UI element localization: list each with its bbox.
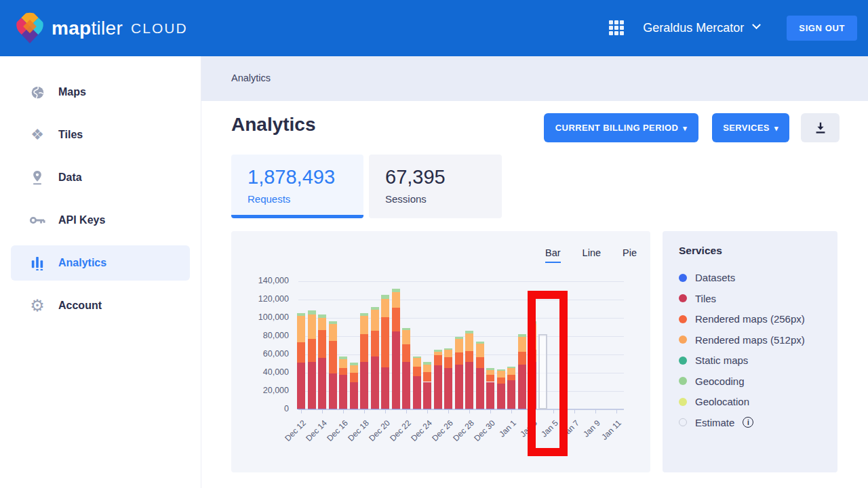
bar-segment-rendered-maps-512px-[interactable] (402, 330, 410, 345)
user-menu[interactable]: Geraldus Mercator (643, 21, 760, 35)
bar-segment-datasets[interactable] (455, 409, 463, 409)
bar-segment-tiles[interactable] (392, 331, 400, 408)
bar-segment-rendered-maps-512px-[interactable] (497, 371, 505, 377)
bar-segment-tiles[interactable] (360, 362, 368, 409)
bar-segment-rendered-maps-512px-[interactable] (465, 333, 473, 351)
bar-segment-rendered-maps-256px-[interactable] (318, 330, 326, 359)
bar-segment-tiles[interactable] (297, 363, 305, 409)
bar-segment-geocoding[interactable] (413, 357, 421, 359)
bar-segment-datasets[interactable] (413, 409, 421, 409)
bar-segment-datasets[interactable] (486, 409, 494, 409)
bar-segment-rendered-maps-256px-[interactable] (434, 355, 442, 365)
bar-segment-datasets[interactable] (339, 409, 347, 409)
bar-segment-rendered-maps-512px-[interactable] (381, 299, 389, 317)
bar-segment-rendered-maps-512px-[interactable] (339, 359, 347, 369)
bar-segment-datasets[interactable] (518, 409, 526, 409)
bar-segment-datasets[interactable] (465, 409, 473, 409)
bar-segment-rendered-maps-256px-[interactable] (360, 334, 368, 362)
bar-segment-rendered-maps-256px-[interactable] (528, 350, 536, 362)
bar-segment-rendered-maps-512px-[interactable] (444, 350, 452, 357)
bar-segment-rendered-maps-512px-[interactable] (507, 368, 515, 374)
bar-segment-datasets[interactable] (528, 409, 536, 409)
bar-segment-rendered-maps-512px-[interactable] (486, 370, 494, 375)
bar-segment-geocoding[interactable] (360, 313, 368, 316)
bar-segment-rendered-maps-512px-[interactable] (308, 314, 316, 339)
legend-item-static-maps[interactable]: Static maps (679, 353, 821, 367)
bar-segment-datasets[interactable] (507, 409, 515, 409)
chart-tab-bar[interactable]: Bar (545, 247, 561, 263)
bar-segment-tiles[interactable] (329, 373, 337, 408)
bar-segment-rendered-maps-256px-[interactable] (455, 352, 463, 365)
bar-segment-datasets[interactable] (476, 409, 484, 409)
stat-card-sessions[interactable]: 67,395 Sessions (369, 155, 502, 218)
bar-segment-tiles[interactable] (339, 375, 347, 409)
bar-segment-rendered-maps-256px-[interactable] (465, 351, 473, 362)
bar-segment-geocoding[interactable] (434, 350, 442, 352)
bar-segment-tiles[interactable] (371, 357, 379, 409)
sidebar-item-account[interactable]: ⚙Account (11, 288, 190, 323)
bar-segment-geocoding[interactable] (318, 314, 326, 318)
bar-segment-geocoding[interactable] (455, 337, 463, 339)
bar-segment-rendered-maps-256px-[interactable] (518, 352, 526, 365)
bar-segment-geocoding[interactable] (507, 367, 515, 369)
bar-segment-datasets[interactable] (444, 409, 452, 409)
bar-segment-geocoding[interactable] (308, 310, 316, 314)
bar-segment-rendered-maps-256px-[interactable] (350, 373, 358, 382)
bar-segment-tiles[interactable] (318, 358, 326, 408)
bar-segment-geocoding[interactable] (392, 289, 400, 292)
bar-segment-rendered-maps-256px-[interactable] (339, 368, 347, 374)
legend-item-datasets[interactable]: Datasets (679, 270, 821, 285)
bar-segment-rendered-maps-512px-[interactable] (329, 324, 337, 340)
bar-segment-geocoding[interactable] (497, 369, 505, 371)
bar-segment-geocoding[interactable] (486, 368, 494, 370)
chart-tab-line[interactable]: Line (583, 247, 601, 263)
bar-segment-geocoding[interactable] (381, 295, 389, 298)
bar-segment-rendered-maps-512px-[interactable] (423, 365, 431, 372)
bar-segment-datasets[interactable] (350, 409, 358, 409)
bar-segment-geocoding[interactable] (329, 321, 337, 324)
bar-segment-tiles[interactable] (518, 365, 526, 409)
bar-segment-rendered-maps-512px-[interactable] (360, 316, 368, 334)
bar-segment-tiles[interactable] (413, 376, 421, 408)
bar-segment-rendered-maps-256px-[interactable] (402, 344, 410, 362)
bar-segment-rendered-maps-512px-[interactable] (392, 292, 400, 308)
download-button[interactable] (801, 113, 840, 142)
bar-segment-datasets[interactable] (423, 409, 431, 409)
bar-segment-datasets[interactable] (318, 409, 326, 409)
legend-item-rendered-maps-512px-[interactable]: Rendered maps (512px) (679, 333, 821, 347)
sidebar-item-analytics[interactable]: Analytics (11, 245, 190, 281)
bar-segment-rendered-maps-256px-[interactable] (507, 375, 515, 380)
bar-segment-rendered-maps-512px-[interactable] (371, 310, 379, 331)
billing-period-dropdown[interactable]: CURRENT BILLING PERIOD▾ (544, 113, 698, 142)
bar-segment-rendered-maps-256px-[interactable] (329, 341, 337, 374)
bar-segment-rendered-maps-256px-[interactable] (444, 357, 452, 368)
chart-tab-pie[interactable]: Pie (623, 247, 637, 263)
services-dropdown[interactable]: SERVICES▾ (712, 113, 789, 142)
bar-segment-datasets[interactable] (297, 409, 305, 409)
maptiler-logo[interactable]: maptiler CLOUD (15, 12, 188, 45)
legend-item-geolocation[interactable]: Geolocation (679, 394, 821, 409)
bar-segment-rendered-maps-512px-[interactable] (528, 324, 536, 350)
bar-segment-datasets[interactable] (308, 409, 316, 409)
bar-segment-datasets[interactable] (434, 409, 442, 409)
bar-segment-rendered-maps-256px-[interactable] (392, 308, 400, 331)
bar-segment-tiles[interactable] (476, 368, 484, 408)
bar-segment-geocoding[interactable] (350, 363, 358, 365)
bar-segment-tiles[interactable] (402, 362, 410, 409)
bar-segment-geocoding[interactable] (476, 342, 484, 344)
sidebar-item-data[interactable]: Data (11, 160, 190, 195)
bar-segment-rendered-maps-512px-[interactable] (434, 352, 442, 355)
bar-segment-tiles[interactable] (381, 367, 389, 409)
bar-segment-geocoding[interactable] (528, 321, 536, 324)
bar-segment-rendered-maps-512px-[interactable] (455, 339, 463, 352)
sidebar-item-api-keys[interactable]: API Keys (11, 203, 190, 238)
apps-grid-icon[interactable] (609, 20, 625, 37)
bar-segment-geocoding[interactable] (371, 307, 379, 310)
bar-segment-rendered-maps-256px-[interactable] (413, 367, 421, 377)
legend-item-rendered-maps-256px-[interactable]: Rendered maps (256px) (679, 312, 821, 326)
legend-item-tiles[interactable]: Tiles (679, 291, 821, 306)
breadcrumb[interactable]: Analytics (231, 73, 271, 83)
bar-segment-datasets[interactable] (402, 409, 410, 409)
bar-segment-tiles[interactable] (308, 362, 316, 409)
bar-segment-tiles[interactable] (497, 384, 505, 408)
